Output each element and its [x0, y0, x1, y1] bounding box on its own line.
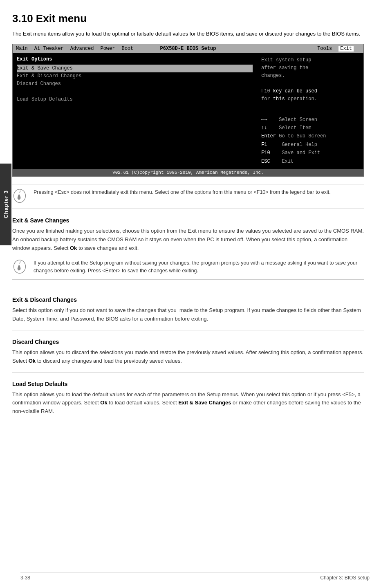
page-title: 3.10 Exit menu [12, 12, 370, 25]
note-box-2: If you attempt to exit the Setup program… [12, 255, 364, 280]
sections-container: Exit & Save Changes Once you are finishe… [12, 217, 370, 416]
divider-3 [12, 372, 364, 373]
footer-chapter: Chapter 3: BIOS setup [320, 575, 370, 581]
bios-title: P6X58D-E BIOS Setup [160, 46, 216, 52]
bios-nav-boot: Boot [121, 46, 133, 52]
heading-exit-discard: Exit & Discard Changes [12, 296, 370, 303]
bios-section-title: Exit Options [17, 56, 253, 62]
bios-item-exit-discard: Exit & Discard Changes [17, 72, 253, 80]
heading-exit-save: Exit & Save Changes [12, 217, 370, 224]
bios-nav-tools: Tools [317, 46, 332, 52]
bios-item-load-defaults: Load Setup Defaults [17, 96, 253, 103]
divider-1 [12, 288, 364, 288]
note-text-2: If you attempt to exit the Setup program… [34, 259, 364, 275]
bios-right-panel: Exit system setup after saving the chang… [257, 53, 363, 169]
svg-line-1 [20, 191, 20, 193]
bios-nav-exit: Exit [338, 46, 354, 52]
section-exit-save: Exit & Save Changes Once you are finishe… [12, 217, 370, 280]
heading-discard: Discard Changes [12, 339, 370, 345]
bios-key-legend: ←→ Select Screen ↑↓ Select Item Enter Go… [261, 116, 359, 166]
body-exit-save: Once you are finished making your select… [12, 227, 364, 252]
bios-content: Exit Options Exit & Save Changes Exit & … [13, 53, 363, 169]
note-icon-2 [12, 259, 29, 275]
page-footer: 3-38 Chapter 3: BIOS setup [20, 572, 370, 581]
heading-load-defaults: Load Setup Defaults [12, 381, 370, 387]
note-box-1: Pressing <Esc> does not immediately exit… [12, 184, 364, 209]
body-discard: This option allows you to discard the se… [12, 348, 364, 366]
bios-footer: v02.61 (C)Copyright 1985-2010, American … [13, 169, 363, 176]
body-exit-discard: Select this option only if you do not wa… [12, 306, 364, 323]
chapter-sidebar: Chapter 3 [0, 164, 11, 245]
bios-menu-bar: P6X58D-E BIOS Setup Main Ai Tweaker Adva… [13, 44, 363, 53]
bios-help-text: Exit system setup after saving the chang… [261, 56, 359, 103]
svg-line-3 [20, 262, 20, 264]
bios-nav-main: Main [16, 46, 28, 52]
footer-page-number: 3-38 [20, 575, 30, 581]
bios-item-discard: Discard Changes [17, 80, 253, 88]
bios-nav-aitweaker: Ai Tweaker [34, 46, 64, 52]
section-discard: Discard Changes This option allows you t… [12, 339, 370, 366]
bios-item-exit-save: Exit & Save Changes [17, 65, 253, 72]
section-exit-discard: Exit & Discard Changes Select this optio… [12, 296, 370, 323]
intro-text: The Exit menu items allow you to load th… [12, 30, 364, 38]
body-load-defaults: This option allows you to load the defau… [12, 391, 364, 416]
bios-setup-box: P6X58D-E BIOS Setup Main Ai Tweaker Adva… [12, 44, 364, 177]
section-load-defaults: Load Setup Defaults This option allows y… [12, 381, 370, 416]
bios-nav-advanced: Advanced [70, 46, 94, 52]
note-text-1: Pressing <Esc> does not immediately exit… [34, 189, 331, 196]
bios-nav-power: Power [100, 46, 115, 52]
note-icon-1 [12, 189, 29, 204]
bios-left-panel: Exit Options Exit & Save Changes Exit & … [13, 53, 257, 169]
divider-2 [12, 330, 364, 330]
bios-item-empty [17, 88, 253, 96]
